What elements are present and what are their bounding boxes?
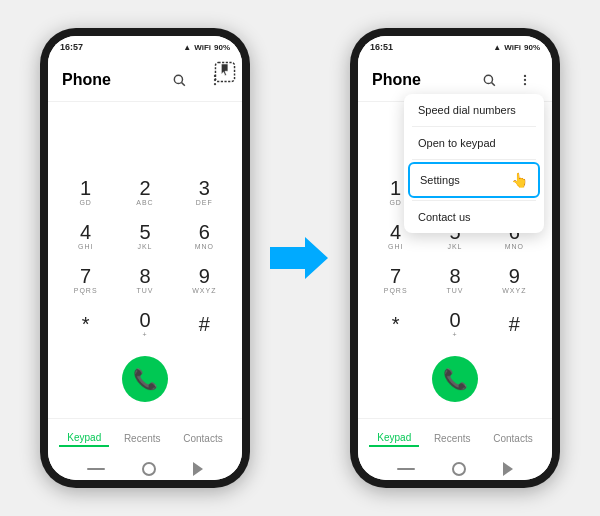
dropdown-settings[interactable]: Settings 👆 xyxy=(408,162,540,198)
search-button-2[interactable] xyxy=(476,67,502,93)
battery-2: 90% xyxy=(524,43,540,52)
svg-point-10 xyxy=(524,78,526,80)
nav-contacts-2[interactable]: Contacts xyxy=(485,431,540,446)
nav-keypad-2[interactable]: Keypad xyxy=(369,430,419,447)
call-btn-row-1: 📞 xyxy=(122,346,168,410)
dropdown-speed-dial[interactable]: Speed dial numbers xyxy=(404,94,544,126)
phone-screen-1: 16:57 ▲ WiFi 90% Phone xyxy=(48,36,242,480)
dial-key-1[interactable]: 1GD xyxy=(56,170,115,214)
arrow-container xyxy=(270,233,330,283)
nav-recent-1 xyxy=(193,462,203,476)
dial-key-2-hash[interactable]: # xyxy=(485,302,544,346)
signal-icon-1: ▲ xyxy=(183,43,191,52)
nav-recents-2[interactable]: Recents xyxy=(426,431,479,446)
dropdown-contact-us[interactable]: Contact us xyxy=(404,201,544,233)
dropdown-divider-2 xyxy=(412,159,536,160)
app-header-1: Phone xyxy=(48,58,242,102)
dial-key-hash[interactable]: # xyxy=(175,302,234,346)
status-right-1: ▲ WiFi 90% xyxy=(183,43,230,52)
dropdown-open-keypad[interactable]: Open to keypad xyxy=(404,127,544,159)
dial-key-7[interactable]: 7PQRS xyxy=(56,258,115,302)
svg-point-11 xyxy=(524,82,526,84)
system-nav-2 xyxy=(358,458,552,480)
call-button-1[interactable]: 📞 xyxy=(122,356,168,402)
dial-key-3[interactable]: 3DEF xyxy=(175,170,234,214)
dial-key-star[interactable]: * xyxy=(56,302,115,346)
dropdown-settings-label: Settings xyxy=(420,174,460,186)
search-button-1[interactable] xyxy=(166,67,192,93)
more-menu-button-2[interactable] xyxy=(512,67,538,93)
phone-icon-1: 📞 xyxy=(133,367,158,391)
bottom-nav-1: Keypad Recents Contacts xyxy=(48,418,242,458)
more-menu-button-1[interactable] xyxy=(202,67,228,93)
dial-key-4[interactable]: 4GHI xyxy=(56,214,115,258)
bottom-nav-2: Keypad Recents Contacts xyxy=(358,418,552,458)
dial-key-2-8[interactable]: 8TUV xyxy=(425,258,484,302)
phone-frame-2: 16:51 ▲ WiFi 90% Phone xyxy=(350,28,560,488)
cursor-indicator-1 xyxy=(214,61,236,83)
dial-key-0[interactable]: 0+ xyxy=(115,302,174,346)
nav-back-2 xyxy=(397,468,415,470)
nav-home-1 xyxy=(142,462,156,476)
phone-icon-2: 📞 xyxy=(443,367,468,391)
nav-home-2 xyxy=(452,462,466,476)
wifi-icon-2: WiFi xyxy=(504,43,521,52)
dial-key-2-0[interactable]: 0+ xyxy=(425,302,484,346)
status-time-1: 16:57 xyxy=(60,42,83,52)
dial-key-2-9[interactable]: 9WXYZ xyxy=(485,258,544,302)
dialpad-area-1: 1GD 2ABC 3DEF 4GHI 5JKL 6MNO 7PQRS 8TUV … xyxy=(48,102,242,418)
status-bar-2: 16:51 ▲ WiFi 90% xyxy=(358,36,552,58)
svg-line-8 xyxy=(492,82,495,85)
status-right-2: ▲ WiFi 90% xyxy=(493,43,540,52)
header-icons-2 xyxy=(476,67,538,93)
battery-1: 90% xyxy=(214,43,230,52)
dropdown-menu: Speed dial numbers Open to keypad Settin… xyxy=(404,94,544,233)
wifi-icon-1: WiFi xyxy=(194,43,211,52)
phone-screen-2: 16:51 ▲ WiFi 90% Phone xyxy=(358,36,552,480)
phone-frame-1: 16:57 ▲ WiFi 90% Phone xyxy=(40,28,250,488)
dial-key-2-7[interactable]: 7PQRS xyxy=(366,258,425,302)
status-bar-1: 16:57 ▲ WiFi 90% xyxy=(48,36,242,58)
nav-recents-1[interactable]: Recents xyxy=(116,431,169,446)
svg-point-9 xyxy=(524,74,526,76)
svg-marker-6 xyxy=(270,237,328,279)
svg-point-7 xyxy=(484,75,492,83)
dial-key-2-star[interactable]: * xyxy=(366,302,425,346)
next-arrow xyxy=(270,233,330,283)
call-button-2[interactable]: 📞 xyxy=(432,356,478,402)
app-title-2: Phone xyxy=(372,71,421,89)
svg-line-1 xyxy=(182,82,185,85)
signal-icon-2: ▲ xyxy=(493,43,501,52)
nav-keypad-1[interactable]: Keypad xyxy=(59,430,109,447)
dial-key-5[interactable]: 5JKL xyxy=(115,214,174,258)
dialpad-grid-1: 1GD 2ABC 3DEF 4GHI 5JKL 6MNO 7PQRS 8TUV … xyxy=(48,170,242,346)
svg-point-0 xyxy=(174,75,182,83)
dial-key-2[interactable]: 2ABC xyxy=(115,170,174,214)
cursor-hand-2: 👆 xyxy=(511,172,528,188)
nav-back-1 xyxy=(87,468,105,470)
dial-key-6[interactable]: 6MNO xyxy=(175,214,234,258)
status-time-2: 16:51 xyxy=(370,42,393,52)
system-nav-1 xyxy=(48,458,242,480)
call-btn-row-2: 📞 xyxy=(432,346,478,410)
app-title-1: Phone xyxy=(62,71,111,89)
nav-contacts-1[interactable]: Contacts xyxy=(175,431,230,446)
header-icons-1 xyxy=(166,67,228,93)
dial-key-8[interactable]: 8TUV xyxy=(115,258,174,302)
dial-key-9[interactable]: 9WXYZ xyxy=(175,258,234,302)
nav-recent-2 xyxy=(503,462,513,476)
